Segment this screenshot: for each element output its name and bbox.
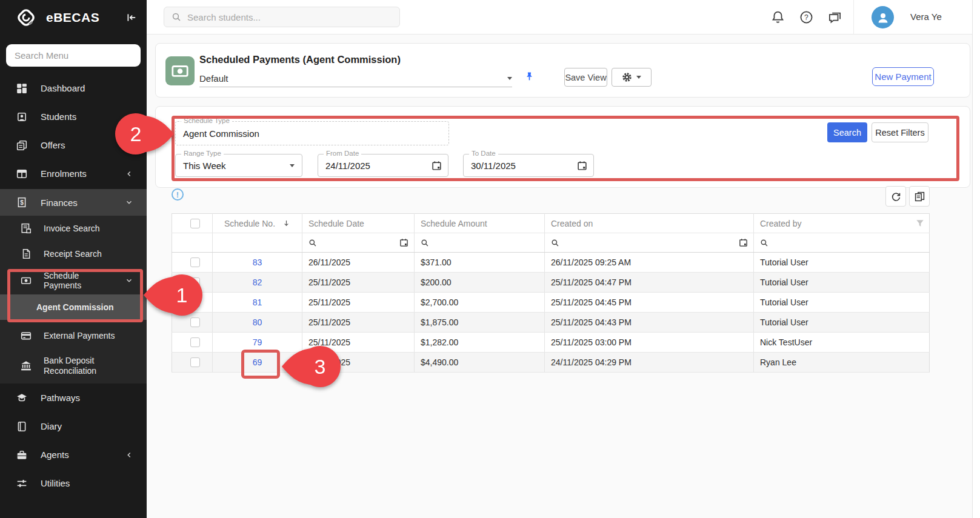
filter-cell-schedule-no[interactable] bbox=[213, 233, 302, 253]
row-checkbox[interactable] bbox=[190, 337, 200, 347]
schedule-payments-icon bbox=[21, 275, 32, 286]
topbar: ? Vera Ye bbox=[147, 0, 980, 35]
schedule-no-link[interactable]: 79 bbox=[253, 337, 262, 347]
column-header-created-on[interactable]: Created on bbox=[545, 214, 754, 233]
notifications-bell-icon[interactable] bbox=[771, 10, 785, 24]
chat-feedback-icon[interactable] bbox=[828, 10, 842, 24]
chevron-down-icon bbox=[290, 164, 295, 167]
schedule-type-value: Agent Commission bbox=[183, 122, 259, 145]
sidebar-item-label: Enrolments bbox=[41, 168, 112, 179]
avatar[interactable] bbox=[872, 6, 894, 28]
new-payment-button[interactable]: New Payment bbox=[872, 67, 934, 86]
save-view-button[interactable]: Save View bbox=[564, 68, 607, 87]
column-header-created-by[interactable]: Created by bbox=[754, 214, 930, 233]
sidebar-item-diary[interactable]: Diary bbox=[0, 412, 147, 440]
filter-panel: Schedule Type Agent Commission Range Typ… bbox=[155, 106, 970, 188]
schedule-no-link[interactable]: 80 bbox=[253, 317, 262, 327]
table-filter-row bbox=[172, 233, 930, 253]
magnifier-icon bbox=[421, 239, 544, 247]
sidebar-item-label: Bank Deposit Reconciliation bbox=[44, 356, 121, 377]
sidebar-item-invoice-search[interactable]: Invoice Search bbox=[0, 216, 147, 241]
refresh-icon bbox=[891, 191, 901, 202]
calendar-icon[interactable] bbox=[739, 238, 748, 247]
help-icon[interactable]: ? bbox=[799, 10, 813, 24]
calendar-icon[interactable] bbox=[399, 238, 408, 247]
sidebar-item-pathways[interactable]: Pathways bbox=[0, 384, 147, 412]
schedule-no-link[interactable]: 82 bbox=[253, 277, 262, 287]
search-button[interactable]: Search bbox=[827, 122, 867, 142]
sidebar-item-dashboard[interactable]: Dashboard bbox=[0, 74, 147, 102]
sidebar-item-enrolments[interactable]: Enrolments bbox=[0, 159, 147, 188]
student-search-input[interactable] bbox=[187, 12, 392, 22]
chevron-down-icon bbox=[125, 276, 133, 285]
schedule-no-link[interactable]: 83 bbox=[253, 257, 262, 267]
filter-cell-schedule-amount[interactable] bbox=[415, 233, 545, 253]
schedule-no-link[interactable]: 69 bbox=[253, 357, 262, 367]
magnifier-icon bbox=[551, 239, 559, 247]
schedule-type-field[interactable]: Schedule Type Agent Commission bbox=[175, 121, 449, 145]
created-on-cell: 25/11/2025 03:00 PM bbox=[545, 333, 754, 353]
sidebar-item-agent-commission[interactable]: Agent Commission bbox=[0, 294, 147, 320]
created-on-cell: 26/11/2025 09:25 AM bbox=[545, 253, 754, 273]
pin-icon[interactable] bbox=[524, 71, 535, 82]
calendar-icon[interactable] bbox=[432, 161, 442, 171]
brand-name: eBECAS bbox=[46, 10, 118, 25]
diary-icon bbox=[16, 421, 27, 432]
sidebar-collapse-icon[interactable] bbox=[126, 12, 137, 23]
sidebar-item-schedule-payments[interactable]: Schedule Payments bbox=[0, 267, 147, 294]
calendar-icon[interactable] bbox=[577, 161, 587, 171]
created-by-cell: Ryan Lee bbox=[754, 353, 930, 373]
to-date-field[interactable]: To Date 30/11/2025 bbox=[463, 154, 594, 177]
view-selector[interactable]: Default bbox=[199, 70, 512, 87]
filter-cell-created-by[interactable] bbox=[754, 233, 930, 253]
sidebar-item-receipt-search[interactable]: Receipt Search bbox=[0, 241, 147, 267]
row-checkbox[interactable] bbox=[190, 257, 200, 267]
schedule-date-cell: 24/11/2025 bbox=[302, 353, 415, 373]
filter-funnel-icon[interactable] bbox=[916, 219, 924, 228]
finances-group: $ Finances Invoice Search Receipt Search… bbox=[0, 189, 147, 384]
sidebar-item-offers[interactable]: Offers bbox=[0, 131, 147, 159]
sidebar-item-finances[interactable]: $ Finances bbox=[0, 189, 147, 216]
schedule-no-link[interactable]: 81 bbox=[253, 297, 262, 307]
sidebar-item-agents[interactable]: Agents bbox=[0, 440, 147, 469]
svg-text:$: $ bbox=[20, 199, 24, 206]
money-tile-icon bbox=[165, 56, 195, 85]
view-selector-value: Default bbox=[199, 73, 507, 84]
scrollbar[interactable] bbox=[972, 0, 980, 518]
row-checkbox[interactable] bbox=[190, 317, 200, 327]
view-settings-button[interactable] bbox=[612, 68, 652, 87]
sidebar-item-external-payments[interactable]: External Payments bbox=[0, 323, 147, 348]
schedule-date-cell: 25/11/2025 bbox=[302, 313, 415, 333]
sidebar-item-label: Agent Commission bbox=[36, 302, 133, 312]
filter-cell-created-on[interactable] bbox=[545, 233, 754, 253]
from-date-field[interactable]: From Date 24/11/2025 bbox=[318, 154, 448, 177]
select-all-checkbox[interactable] bbox=[190, 219, 200, 228]
column-header-schedule-date[interactable]: Schedule Date bbox=[302, 214, 415, 233]
invoice-search-icon bbox=[21, 223, 32, 234]
row-checkbox[interactable] bbox=[190, 297, 200, 307]
sidebar-item-students[interactable]: Students bbox=[0, 102, 147, 131]
menu-search-input[interactable] bbox=[6, 44, 141, 67]
chevron-down-icon bbox=[507, 77, 512, 80]
table-header-row: Schedule No. Schedule Date Schedule Amou… bbox=[172, 214, 930, 233]
created-on-cell: 25/11/2025 04:43 PM bbox=[545, 313, 754, 333]
reset-filters-button[interactable]: Reset Filters bbox=[872, 122, 928, 142]
range-type-select[interactable]: Range Type This Week bbox=[175, 154, 302, 177]
column-header-schedule-no[interactable]: Schedule No. bbox=[213, 214, 302, 233]
student-search-box[interactable] bbox=[164, 7, 400, 27]
schedule-amount-cell: $1,282.00 bbox=[415, 333, 545, 353]
info-icon[interactable]: ! bbox=[172, 188, 184, 201]
sidebar-item-bank-deposit-reconciliation[interactable]: Bank Deposit Reconciliation bbox=[0, 348, 147, 384]
sidebar-item-label: Finances bbox=[41, 198, 112, 208]
column-header-schedule-amount[interactable]: Schedule Amount bbox=[415, 214, 545, 233]
row-checkbox[interactable] bbox=[190, 357, 200, 367]
row-checkbox[interactable] bbox=[190, 277, 200, 287]
refresh-button[interactable] bbox=[885, 186, 906, 207]
export-copy-button[interactable] bbox=[909, 186, 930, 207]
filter-cell-schedule-date[interactable] bbox=[302, 233, 415, 253]
magnifier-icon bbox=[308, 239, 317, 247]
chevron-left-icon bbox=[125, 170, 133, 178]
sidebar-item-utilities[interactable]: Utilities bbox=[0, 469, 147, 497]
schedule-date-cell: 26/11/2025 bbox=[302, 253, 415, 273]
offers-icon bbox=[16, 140, 27, 151]
